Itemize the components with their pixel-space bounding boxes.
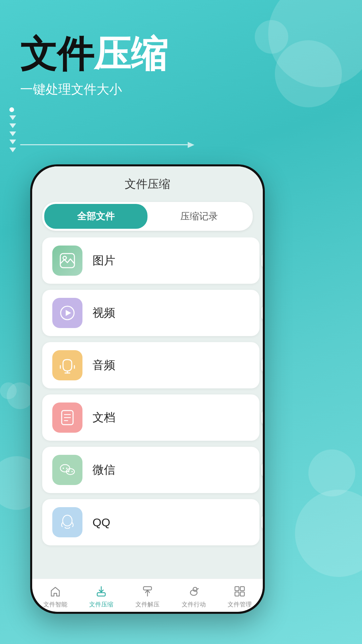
bg-circle-6 <box>295 490 362 577</box>
audio-label: 音频 <box>93 358 115 373</box>
audio-icon-wrap <box>52 350 82 380</box>
doc-label: 文档 <box>93 410 115 425</box>
arrow-tri-4 <box>9 140 16 144</box>
arrow-tri-3 <box>9 131 16 136</box>
qq-icon-wrap <box>52 507 82 537</box>
doc-icon <box>58 409 76 427</box>
tab-bar: 全部文件 压缩记录 <box>42 202 253 231</box>
title-white: 压缩 <box>94 33 168 74</box>
nav-compress-label: 文件压缩 <box>89 600 113 608</box>
nav-home-label: 文件智能 <box>43 600 67 608</box>
video-label: 视频 <box>93 305 115 321</box>
file-item-image[interactable]: 图片 <box>42 237 259 284</box>
svg-point-15 <box>63 515 72 526</box>
file-item-video[interactable]: 视频 <box>42 290 259 336</box>
nav-item-duck[interactable]: 文件行动 <box>171 584 217 608</box>
screen-topbar: 文件压缩 <box>32 166 263 199</box>
svg-rect-20 <box>235 587 239 591</box>
qq-label: QQ <box>93 516 110 529</box>
header-subtitle: 一键处理文件大小 <box>20 81 168 98</box>
horizontal-line-decoration <box>20 144 188 145</box>
qq-chevron <box>261 515 263 530</box>
wechat-label: 微信 <box>93 462 115 478</box>
audio-chevron <box>261 358 263 373</box>
bg-circle-3 <box>255 20 288 54</box>
svg-rect-17 <box>143 587 152 590</box>
phone-screen: 文件压缩 全部文件 压缩记录 图片 <box>32 166 263 612</box>
wechat-icon-wrap <box>52 455 82 485</box>
header: 文件压缩 一键处理文件大小 <box>20 34 168 98</box>
image-icon <box>58 252 76 270</box>
nav-home-icon <box>48 584 63 599</box>
screen-title: 文件压缩 <box>46 176 249 192</box>
svg-point-1 <box>63 256 66 260</box>
file-item-audio[interactable]: 音频 <box>42 342 259 388</box>
svg-rect-21 <box>240 587 244 591</box>
svg-point-13 <box>68 471 69 472</box>
doc-icon-wrap <box>52 402 82 433</box>
nav-extract-label: 文件解压 <box>135 600 160 608</box>
bg-circle-8 <box>0 382 17 399</box>
nav-item-manage[interactable]: 文件管理 <box>217 584 263 608</box>
tab-all-files[interactable]: 全部文件 <box>44 204 147 229</box>
image-label: 图片 <box>93 253 115 268</box>
nav-extract-icon <box>140 584 155 599</box>
tab-compress-records[interactable]: 压缩记录 <box>147 204 251 229</box>
wechat-chevron <box>261 463 263 477</box>
doc-chevron <box>261 410 263 425</box>
file-item-qq[interactable]: QQ <box>42 499 259 545</box>
nav-duck-icon <box>186 584 201 599</box>
svg-rect-23 <box>240 592 244 596</box>
bg-circle-7 <box>308 449 355 496</box>
file-item-wechat[interactable]: 微信 <box>42 447 259 493</box>
bg-circle-2 <box>275 40 342 107</box>
arrow-tri-5 <box>9 148 16 152</box>
phone-mockup: 文件压缩 全部文件 压缩记录 图片 <box>30 164 265 614</box>
arrow-tri-1 <box>9 115 16 120</box>
svg-point-11 <box>63 468 64 469</box>
video-icon-wrap <box>52 298 82 328</box>
svg-point-14 <box>71 471 73 472</box>
audio-icon <box>58 356 76 374</box>
title-black: 文件 <box>20 33 94 74</box>
nav-manage-icon <box>232 584 247 599</box>
page-title: 文件压缩 <box>20 34 168 74</box>
nav-item-compress[interactable]: 文件压缩 <box>78 584 125 608</box>
left-arrows-decoration <box>9 107 16 152</box>
arrow-dot <box>9 107 14 112</box>
image-chevron <box>261 253 263 268</box>
nav-duck-label: 文件行动 <box>182 600 206 608</box>
nav-compress-icon <box>94 584 109 599</box>
video-chevron <box>261 306 263 320</box>
wechat-icon <box>58 461 76 479</box>
bottom-nav: 文件智能 文件压缩 文件解压 <box>32 579 263 612</box>
svg-point-12 <box>66 468 67 469</box>
arrow-tri-2 <box>9 123 16 128</box>
image-icon-wrap <box>52 246 82 276</box>
svg-rect-16 <box>97 593 105 596</box>
svg-point-9 <box>60 465 70 472</box>
file-item-document[interactable]: 文档 <box>42 394 259 441</box>
video-icon <box>58 304 76 322</box>
nav-item-home[interactable]: 文件智能 <box>32 584 78 608</box>
svg-rect-22 <box>235 592 239 596</box>
nav-manage-label: 文件管理 <box>228 600 252 608</box>
qq-icon <box>58 513 76 531</box>
nav-item-extract[interactable]: 文件解压 <box>124 584 171 608</box>
file-list: 图片 视频 <box>32 237 263 579</box>
